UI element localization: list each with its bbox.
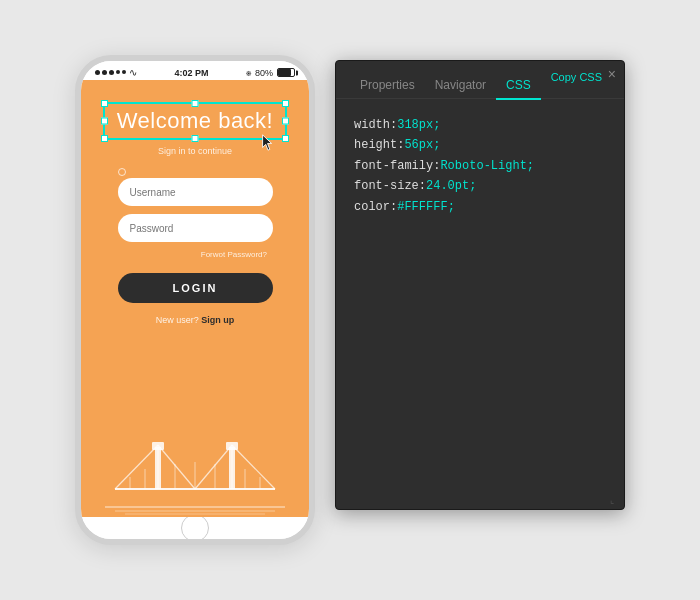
svg-line-8 [115,445,158,489]
dot-1 [95,70,100,75]
css-val-color: #FFFFFF; [397,197,455,217]
css-panel: × Properties Navigator CSS Copy CSS widt… [335,60,625,510]
signal-dots [95,70,126,75]
status-time: 4:02 PM [174,68,208,78]
css-line-font-size: font-size: 24.0pt; [354,176,606,196]
css-line-height: height: 56px; [354,135,606,155]
resize-handle[interactable]: ⌞ [610,495,620,505]
dot-4 [116,70,120,74]
handle-tr [282,100,289,107]
svg-line-13 [232,445,275,489]
sign-up-link[interactable]: Sign up [201,315,234,325]
handle-tm [191,100,198,107]
bluetooth-icon: ⎈ [246,68,251,78]
css-val-font-family: Roboto-Light; [440,156,534,176]
handle-mr [282,118,289,125]
copy-css-button[interactable]: Copy CSS [551,71,602,83]
css-prop-height: height: [354,135,404,155]
css-val-height: 56px; [404,135,440,155]
svg-line-11 [195,445,232,489]
cursor-icon [261,134,275,152]
phone-screen: Welcome back! Sign in to continue Forwot… [81,80,309,517]
svg-line-10 [158,445,195,489]
bridge-illustration [95,417,295,517]
username-radio[interactable] [118,168,126,176]
close-button[interactable]: × [608,67,616,81]
status-right: ⎈ 80% [246,68,295,78]
login-button[interactable]: LOGIN [118,273,273,303]
battery-fill [278,69,291,76]
main-container: ∿ 4:02 PM ⎈ 80% We [0,0,700,600]
handle-bm [191,135,198,142]
welcome-text-container[interactable]: Welcome back! [103,102,287,140]
css-line-width: width: 318px; [354,115,606,135]
forgot-password-link[interactable]: Forwot Password? [201,250,267,259]
css-content: width: 318px; height: 56px; font-family:… [336,99,624,509]
css-prop-font-family: font-family: [354,156,440,176]
sign-in-text: Sign in to continue [158,146,232,156]
css-val-width: 318px; [397,115,440,135]
welcome-heading: Welcome back! [117,108,273,133]
new-user-label: New user? [156,315,199,325]
css-line-font-family: font-family: Roboto-Light; [354,156,606,176]
css-prop-color: color: [354,197,397,217]
handle-br [282,135,289,142]
handle-bl [101,135,108,142]
css-line-color: color: #FFFFFF; [354,197,606,217]
battery-percent: 80% [255,68,273,78]
phone-mockup: ∿ 4:02 PM ⎈ 80% We [75,55,315,545]
home-button[interactable] [181,514,209,542]
dot-3 [109,70,114,75]
handle-tl [101,100,108,107]
css-val-font-size: 24.0pt; [426,176,476,196]
dot-2 [102,70,107,75]
home-indicator [81,517,309,539]
tab-properties[interactable]: Properties [350,70,425,98]
status-bar: ∿ 4:02 PM ⎈ 80% [81,61,309,80]
css-prop-width: width: [354,115,397,135]
handle-ml [101,118,108,125]
password-input[interactable] [118,214,273,242]
status-left: ∿ [95,67,137,78]
username-row [118,168,273,176]
wifi-icon: ∿ [129,67,137,78]
css-prop-font-size: font-size: [354,176,426,196]
dot-5 [122,70,126,74]
new-user-text: New user? Sign up [156,315,235,325]
battery-icon [277,68,295,77]
tab-css[interactable]: CSS [496,70,541,98]
username-input[interactable] [118,178,273,206]
tab-navigator[interactable]: Navigator [425,70,496,98]
